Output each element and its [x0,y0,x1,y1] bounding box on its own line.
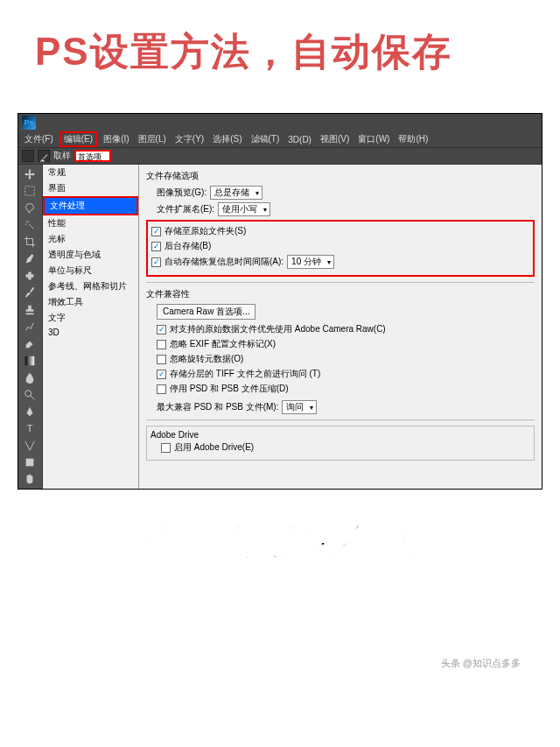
cb-exif[interactable] [157,340,166,349]
eraser-tool-icon[interactable] [20,336,39,351]
photoshop-window: Ps 文件(F) 编辑(E) 图像(I) 图层(L) 文字(Y) 选择(S) 滤… [18,113,542,490]
adobe-drive-checkbox[interactable] [161,443,171,453]
max-compat-select[interactable]: 询问 [282,400,317,414]
svg-rect-2 [26,274,34,278]
preferences-category-list: 常规 界面 文件处理 性能 光标 透明度与色域 单位与标尺 参考线、网格和切片 … [43,165,139,489]
preferences-input[interactable]: 首选项 [74,150,111,162]
save-original-folder-label: 存储至原始文件夹(S) [164,225,246,237]
bottom-caption: 防止忘了保存哟 [0,516,560,567]
tool-preset-icon[interactable] [22,150,34,162]
pref-units[interactable]: 单位与标尺 [43,263,138,278]
file-ext-label: 文件扩展名(E): [157,203,214,215]
adobe-drive-section: Adobe Drive 启用 Adobe Drive(E) [146,426,535,461]
menu-layer[interactable]: 图层(L) [136,133,169,145]
pref-text[interactable]: 文字 [43,310,138,326]
cb-rotation[interactable] [157,355,166,364]
cb-compress-label: 停用 PSD 和 PSB 文件压缩(D) [170,383,289,395]
path-tool-icon[interactable] [20,438,39,453]
brush-icon[interactable] [38,150,50,162]
autosave-interval-select[interactable]: 10 分钟 [287,255,334,269]
background-save-label: 后台存储(B) [164,240,211,252]
cb-rotation-label: 忽略旋转元数据(O) [170,353,243,365]
pref-general[interactable]: 常规 [43,165,138,180]
ps-body: T 常规 界面 文件处理 性能 光标 透明度与色域 单位与标尺 参考线、网格和切… [18,165,542,489]
menu-help[interactable]: 帮助(H) [396,133,430,145]
cb-exif-label: 忽略 EXIF 配置文件标记(X) [170,338,276,350]
options-bar: 取样 首选项 [18,147,542,165]
watermark: 头条 @知识点多多 [441,657,521,670]
tools-panel: T [18,165,43,489]
preferences-panel: 文件存储选项 图像预览(G): 总是存储 文件扩展名(E): 使用小写 ✓ 存储… [139,165,542,489]
adobe-drive-title: Adobe Drive [150,430,530,440]
background-save-checkbox[interactable]: ✓ [151,242,161,251]
wand-tool-icon[interactable] [20,217,39,232]
history-brush-icon[interactable] [20,319,39,334]
menu-view[interactable]: 视图(V) [318,133,352,145]
file-compat-title: 文件兼容性 [146,288,535,300]
cb-tiff-label: 存储分层的 TIFF 文件之前进行询问 (T) [170,368,320,380]
shape-tool-icon[interactable] [20,455,39,469]
lasso-tool-icon[interactable] [20,201,39,215]
menu-type[interactable]: 文字(Y) [172,133,206,145]
pen-tool-icon[interactable] [20,404,39,419]
max-compat-label: 最大兼容 PSD 和 PSB 文件(M): [157,401,278,413]
cb-camera-raw-label: 对支持的原始数据文件优先使用 Adobe Camera Raw(C) [170,323,386,335]
adobe-drive-label: 启用 Adobe Drive(E) [174,441,254,454]
menu-select[interactable]: 选择(S) [210,133,244,145]
image-preview-label: 图像预览(G): [157,187,206,199]
heal-tool-icon[interactable] [20,268,39,283]
svg-rect-0 [25,187,35,196]
stamp-tool-icon[interactable] [20,302,39,317]
save-original-folder-checkbox[interactable]: ✓ [151,227,161,236]
autosave-label: 自动存储恢复信息时间间隔(A): [164,256,284,268]
dodge-tool-icon[interactable] [20,387,39,402]
marquee-tool-icon[interactable] [20,183,39,198]
type-tool-icon[interactable]: T [20,421,39,436]
pref-plugins[interactable]: 增效工具 [43,294,138,310]
image-preview-select[interactable]: 总是存储 [210,186,262,200]
pref-performance[interactable]: 性能 [43,215,138,231]
pref-3d[interactable]: 3D [43,326,138,339]
file-save-options-title: 文件存储选项 [146,170,535,182]
menu-image[interactable]: 图像(I) [101,133,131,145]
hand-tool-icon[interactable] [20,472,39,487]
eyedropper-tool-icon[interactable] [20,251,39,266]
svg-rect-5 [26,459,34,467]
ps-logo-icon: Ps [22,116,36,130]
pref-guides[interactable]: 参考线、网格和切片 [43,278,138,294]
page-title: PS设置方法，自动保存 [0,0,560,95]
sample-label: 取样 [53,150,71,162]
cb-tiff[interactable]: ✓ [157,370,166,379]
crop-tool-icon[interactable] [20,235,39,250]
pref-interface[interactable]: 界面 [43,180,138,196]
svg-rect-3 [25,356,35,366]
pref-cursors[interactable]: 光标 [43,231,138,247]
menu-file[interactable]: 文件(F) [22,133,56,145]
pref-transparency[interactable]: 透明度与色域 [43,247,138,263]
svg-point-4 [25,390,32,396]
ps-titlebar: Ps [18,114,542,131]
menubar: 文件(F) 编辑(E) 图像(I) 图层(L) 文字(Y) 选择(S) 滤镜(T… [18,131,542,147]
move-tool-icon[interactable] [20,166,39,181]
cb-camera-raw[interactable]: ✓ [157,325,166,335]
menu-3d[interactable]: 3D(D) [285,135,314,144]
menu-filter[interactable]: 滤镜(T) [248,133,283,145]
pref-file-handling[interactable]: 文件处理 [43,196,138,215]
file-ext-select[interactable]: 使用小写 [218,202,270,216]
autosave-checkbox[interactable]: ✓ [151,257,161,267]
menu-edit[interactable]: 编辑(E) [60,131,97,147]
camera-raw-button[interactable]: Camera Raw 首选项... [157,304,256,320]
brush-tool-icon[interactable] [20,285,39,300]
gradient-tool-icon[interactable] [20,353,39,368]
cb-compress[interactable] [157,384,166,394]
blur-tool-icon[interactable] [20,370,39,385]
autosave-highlight-box: ✓ 存储至原始文件夹(S) ✓ 后台存储(B) ✓ 自动存储恢复信息时间间隔(A… [146,220,535,277]
menu-window[interactable]: 窗口(W) [355,133,392,145]
